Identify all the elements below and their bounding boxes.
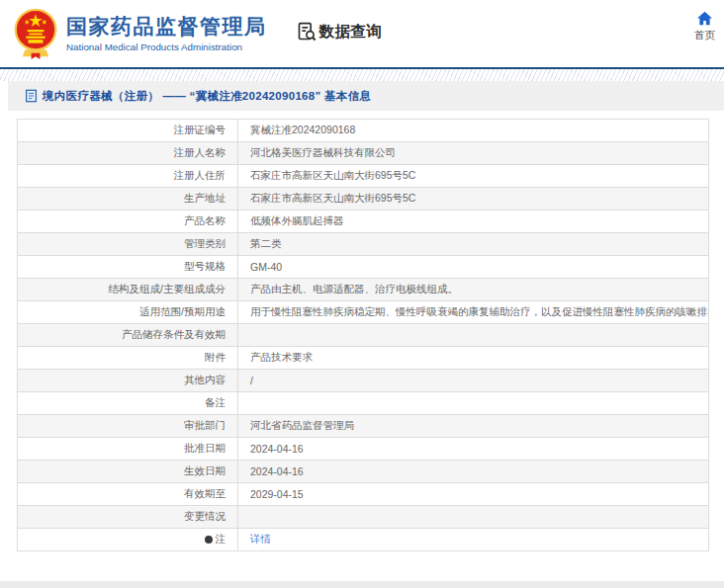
table-row: 结构及组成/主要组成成分产品由主机、电源适配器、治疗电极线组成。 <box>18 279 709 301</box>
row-label-text: 产品储存条件及有效期 <box>122 328 226 340</box>
row-value-text: 用于慢性阻塞性肺疾病稳定期、慢性呼吸衰竭的康复辅助治疗，以及促进慢性阻塞性肺疾病… <box>250 305 709 317</box>
site-header: 国家药品监督管理局 National Medical Products Admi… <box>0 0 724 69</box>
row-value-text: 产品由主机、电源适配器、治疗电极线组成。 <box>250 283 458 294</box>
document-icon <box>25 89 38 103</box>
table-row: 注详情 <box>18 529 709 551</box>
row-value: 详情 <box>238 529 709 551</box>
row-value: 冀械注准20242090168 <box>238 120 709 142</box>
row-value-text: 2024-04-16 <box>250 465 304 477</box>
nmpa-logo[interactable]: 国家药品监督管理局 National Medical Products Admi… <box>14 8 267 59</box>
row-value: 石家庄市高新区天山南大街695号5C <box>238 188 709 210</box>
row-label: 生效日期 <box>18 461 238 483</box>
table-row: 生效日期2024-04-16 <box>18 461 709 483</box>
row-label: 附件 <box>18 347 238 370</box>
table-row: 备注 <box>18 392 709 415</box>
row-label: 注册人名称 <box>18 142 238 165</box>
table-row: 型号规格GM-40 <box>18 256 709 279</box>
row-label-text: 生效日期 <box>184 464 226 476</box>
row-value-text: 河北格美医疗器械科技有限公司 <box>250 146 396 158</box>
row-label: 备注 <box>18 392 238 415</box>
row-value: GM-40 <box>238 256 709 279</box>
row-value: 石家庄市高新区天山南大街695号5C <box>238 165 709 188</box>
table-row: 产品名称低频体外膈肌起搏器 <box>18 210 709 233</box>
row-label: 产品储存条件及有效期 <box>18 324 238 347</box>
org-name-en: National Medical Products Administration <box>66 41 267 54</box>
row-value-text: 2024-04-16 <box>250 443 304 455</box>
org-names: 国家药品监督管理局 National Medical Products Admi… <box>66 14 267 54</box>
data-query-label: 数据查询 <box>319 22 383 42</box>
table-row: 注册人住所石家庄市高新区天山南大街695号5C <box>18 165 709 188</box>
row-value-text: GM-40 <box>250 261 282 273</box>
row-value: 2024-04-16 <box>238 438 709 461</box>
row-label: 有效期至 <box>18 483 238 506</box>
row-value: 2029-04-15 <box>238 483 709 506</box>
row-value: 第二类 <box>238 233 709 256</box>
row-value: 产品由主机、电源适配器、治疗电极线组成。 <box>238 279 709 301</box>
footer-strip <box>0 581 724 588</box>
table-wrap: 注册证编号冀械注准20242090168注册人名称河北格美医疗器械科技有限公司注… <box>17 119 709 551</box>
row-label: 管理类别 <box>18 233 238 256</box>
row-label-text: 型号规格 <box>184 260 226 272</box>
row-value: 用于慢性阻塞性肺疾病稳定期、慢性呼吸衰竭的康复辅助治疗，以及促进慢性阻塞性肺疾病… <box>238 301 709 324</box>
row-label-text: 管理类别 <box>184 237 226 249</box>
row-label: 变更情况 <box>18 506 238 529</box>
row-label: 产品名称 <box>18 210 238 233</box>
row-label-text: 结构及组成/主要组成成分 <box>109 283 226 294</box>
row-value <box>238 506 709 529</box>
row-value-text: / <box>250 375 253 386</box>
details-link[interactable]: 详情 <box>250 533 271 545</box>
row-label-text: 批准日期 <box>184 442 226 454</box>
row-label: 审批部门 <box>18 415 238 438</box>
row-label-text: 适用范围/预期用途 <box>139 305 226 317</box>
page-title: 境内医疗器械（注册） —— “冀械注准20242090168” 基本信息 <box>43 89 371 104</box>
note-icon <box>205 536 213 544</box>
org-name-zh: 国家药品监督管理局 <box>66 14 267 39</box>
row-value: / <box>238 370 709 392</box>
row-value-text: 冀械注准20242090168 <box>250 124 355 135</box>
row-value-text: 石家庄市高新区天山南大街695号5C <box>250 169 415 181</box>
row-label: 型号规格 <box>18 256 238 279</box>
row-label: 适用范围/预期用途 <box>18 301 238 324</box>
row-label: 生产地址 <box>18 188 238 210</box>
row-value <box>238 324 709 347</box>
table-row: 管理类别第二类 <box>18 233 709 256</box>
national-emblem-icon <box>14 8 57 59</box>
row-label-text: 注册人名称 <box>174 146 226 158</box>
row-label-text: 其他内容 <box>184 374 226 385</box>
row-value: 产品技术要求 <box>238 347 709 370</box>
table-row: 其他内容/ <box>18 370 709 392</box>
row-label: 注 <box>18 529 238 551</box>
table-row: 注册人名称河北格美医疗器械科技有限公司 <box>18 142 709 165</box>
info-table: 注册证编号冀械注准20242090168注册人名称河北格美医疗器械科技有限公司注… <box>17 119 709 551</box>
table-row: 有效期至2029-04-15 <box>18 483 709 506</box>
row-value: 2024-04-16 <box>238 461 709 483</box>
home-label: 首页 <box>694 29 715 42</box>
row-value-text: 第二类 <box>250 237 282 249</box>
table-row: 适用范围/预期用途用于慢性阻塞性肺疾病稳定期、慢性呼吸衰竭的康复辅助治疗，以及促… <box>18 301 709 324</box>
nav-home[interactable]: 首页 <box>694 11 715 42</box>
row-label-text: 注册证编号 <box>174 124 226 135</box>
row-value: 河北格美医疗器械科技有限公司 <box>238 142 709 165</box>
row-label: 注册证编号 <box>18 120 238 142</box>
row-label: 其他内容 <box>18 370 238 392</box>
row-value-text: 河北省药品监督管理局 <box>250 419 354 431</box>
row-label: 批准日期 <box>18 438 238 461</box>
row-label-text: 产品名称 <box>184 214 226 226</box>
row-label-text: 注册人住所 <box>174 169 226 181</box>
row-value: 河北省药品监督管理局 <box>238 415 709 438</box>
row-value: 低频体外膈肌起搏器 <box>238 210 709 233</box>
table-row: 变更情况 <box>18 506 709 529</box>
table-row: 批准日期2024-04-16 <box>18 438 709 461</box>
home-icon <box>696 11 713 26</box>
table-row: 生产地址石家庄市高新区天山南大街695号5C <box>18 188 709 210</box>
row-label-text: 备注 <box>205 396 226 408</box>
data-query-icon <box>297 22 317 42</box>
row-label-text: 有效期至 <box>184 487 226 499</box>
row-value-text: 产品技术要求 <box>250 351 313 363</box>
table-row: 审批部门河北省药品监督管理局 <box>18 415 709 438</box>
decorative-stripe-band <box>0 69 724 81</box>
row-label: 结构及组成/主要组成成分 <box>18 279 238 301</box>
row-value-text: 2029-04-15 <box>250 488 304 500</box>
row-value-text: 石家庄市高新区天山南大街695号5C <box>250 192 415 204</box>
nav-data-query[interactable]: 数据查询 <box>297 22 383 42</box>
